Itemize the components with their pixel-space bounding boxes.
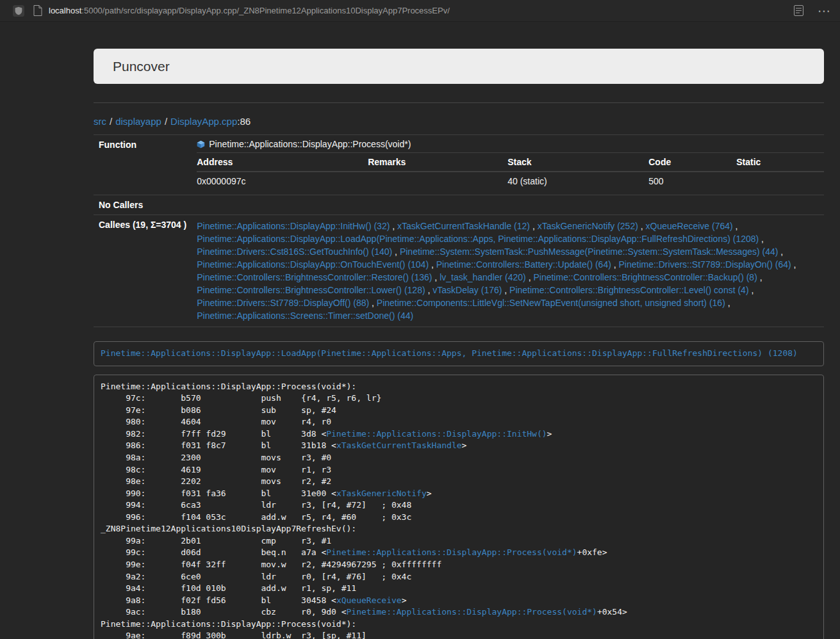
- reader-mode-icon[interactable]: [794, 5, 803, 16]
- callee-link[interactable]: Pinetime::Applications::DisplayApp::Load…: [197, 234, 759, 244]
- address-bar[interactable]: localhost:5000/path/src/displayapp/Displ…: [49, 6, 778, 15]
- symbol-link[interactable]: Pinetime::Applications::DisplayApp::Proc…: [326, 547, 577, 557]
- function-row: Function Pinetime::Applications::Display…: [94, 135, 824, 195]
- callee-link[interactable]: Pinetime::Controllers::Battery::Update()…: [436, 259, 611, 270]
- url-host: localhost: [49, 6, 81, 15]
- symbol-link[interactable]: xTaskGetCurrentTaskHandle: [336, 441, 462, 450]
- breadcrumb-displayapp[interactable]: displayapp: [115, 116, 161, 127]
- app-header: Puncover: [94, 49, 824, 84]
- callee-link[interactable]: Pinetime::System::SystemTask::PushMessag…: [400, 247, 778, 257]
- static-value: [736, 172, 824, 190]
- breadcrumb-separator: /: [165, 116, 167, 127]
- callee-link[interactable]: Pinetime::Controllers::BrightnessControl…: [197, 285, 425, 295]
- divider: [94, 102, 824, 103]
- breadcrumb-src[interactable]: src: [94, 116, 106, 127]
- page-icon: [33, 5, 42, 16]
- highlight-symbol-box: Pinetime::Applications::DisplayApp::Load…: [94, 341, 824, 366]
- breadcrumb-separator: /: [110, 116, 112, 127]
- symbol-link[interactable]: xQueueReceive: [336, 595, 402, 605]
- callee-link[interactable]: Pinetime::Drivers::St7789::DisplayOff() …: [197, 298, 369, 308]
- callee-link[interactable]: Pinetime::Drivers::St7789::DisplayOn() (…: [619, 259, 791, 270]
- callee-link[interactable]: lv_task_handler (420): [440, 272, 526, 282]
- no-callers-cell: [192, 195, 824, 215]
- callee-link[interactable]: vTaskDelay (176): [432, 285, 502, 295]
- function-icon: [197, 140, 205, 149]
- callee-link[interactable]: Pinetime::Applications::DisplayApp::Init…: [197, 221, 390, 231]
- callee-link[interactable]: Pinetime::Drivers::Cst816S::GetTouchInfo…: [197, 247, 392, 257]
- browser-toolbar: localhost:5000/path/src/displayapp/Displ…: [0, 0, 840, 22]
- app-title: Puncover: [113, 59, 170, 74]
- callee-link[interactable]: Pinetime::Controllers::BrightnessControl…: [197, 272, 432, 282]
- remarks-value: [368, 172, 507, 190]
- callee-link[interactable]: Pinetime::Applications::Screens::Timer::…: [197, 311, 413, 321]
- function-table: Function Pinetime::Applications::Display…: [94, 134, 824, 327]
- page-content: Puncover src/displayapp/DisplayApp.cpp:8…: [94, 49, 824, 639]
- breadcrumb-line-number: :86: [237, 116, 251, 127]
- column-header-remarks: Remarks: [368, 153, 507, 172]
- url-path: :5000/path/src/displayapp/DisplayApp.cpp…: [81, 6, 450, 15]
- function-row-label: Function: [94, 135, 192, 195]
- callee-link[interactable]: Pinetime::Components::LittleVgl::SetNewT…: [377, 298, 725, 308]
- symbol-link[interactable]: Pinetime::Applications::DisplayApp::Proc…: [347, 607, 597, 617]
- function-stats-table: Address Remarks Stack Code Static 0x0000…: [197, 152, 824, 190]
- column-header-static: Static: [736, 153, 824, 172]
- breadcrumb-file[interactable]: DisplayApp.cpp: [170, 116, 237, 127]
- callee-link[interactable]: Pinetime::Controllers::BrightnessControl…: [533, 272, 757, 282]
- code-value: 500: [648, 172, 736, 190]
- column-header-code: Code: [648, 153, 736, 172]
- address-value: 0x0000097c: [197, 172, 368, 190]
- no-callers-row: No Callers: [94, 195, 824, 215]
- callees-row: Callees (19, Σ=3704 ) Pinetime::Applicat…: [94, 215, 824, 327]
- callee-link[interactable]: Pinetime::Applications::DisplayApp::OnTo…: [197, 259, 429, 270]
- disassembly-code: Pinetime::Applications::DisplayApp::Proc…: [101, 382, 627, 639]
- loadapp-symbol-link[interactable]: Pinetime::Applications::DisplayApp::Load…: [101, 348, 798, 358]
- no-callers-label: No Callers: [94, 195, 192, 215]
- callee-link[interactable]: xTaskGetCurrentTaskHandle (12): [397, 221, 530, 231]
- shield-extension-icon[interactable]: [13, 5, 24, 17]
- breadcrumb: src/displayapp/DisplayApp.cpp:86: [94, 116, 824, 127]
- function-stats-row: 0x0000097c 40 (static) 500: [197, 172, 824, 190]
- symbol-link[interactable]: xTaskGenericNotify: [336, 489, 427, 498]
- callee-link[interactable]: xQueueReceive (764): [646, 221, 733, 231]
- overflow-menu-icon[interactable]: ⋯: [818, 4, 831, 17]
- callee-link[interactable]: xTaskGenericNotify (252): [538, 221, 638, 231]
- column-header-address: Address: [197, 153, 368, 172]
- callees-cell: Pinetime::Applications::DisplayApp::Init…: [192, 215, 824, 327]
- stack-value: 40 (static): [507, 172, 648, 190]
- symbol-link[interactable]: Pinetime::Applications::DisplayApp::Init…: [326, 429, 547, 439]
- disassembly-box: Pinetime::Applications::DisplayApp::Proc…: [94, 375, 824, 639]
- function-signature: Pinetime::Applications::DisplayApp::Proc…: [209, 140, 411, 149]
- column-header-stack: Stack: [507, 153, 648, 172]
- callee-link[interactable]: Pinetime::Controllers::BrightnessControl…: [509, 285, 748, 295]
- callees-label: Callees (19, Σ=3704 ): [94, 215, 192, 327]
